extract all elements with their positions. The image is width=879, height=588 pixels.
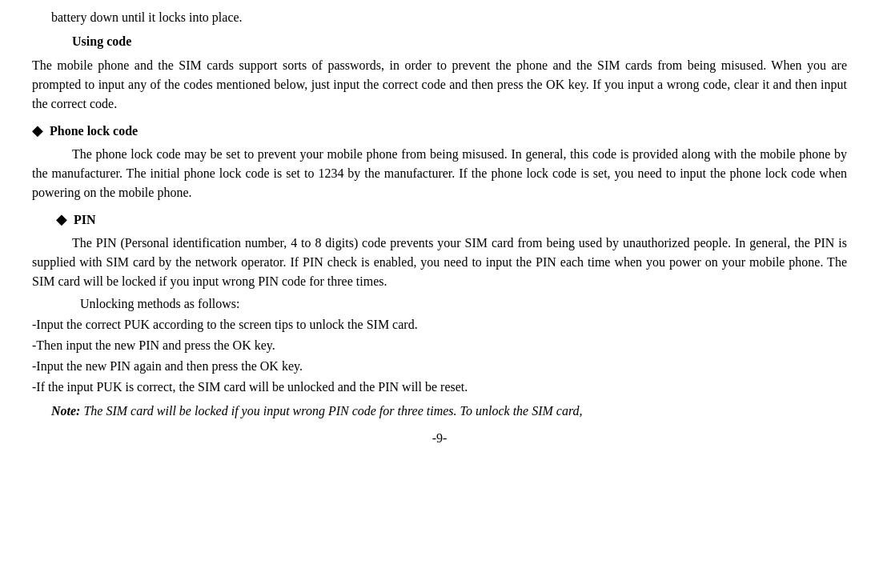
note-bold: Note: [51,404,80,418]
phone-lock-section: ◆ Phone lock code The phone lock code ma… [32,120,847,202]
pin-heading-row: ◆ PIN [56,209,847,230]
using-code-heading-wrap: Using code [32,32,847,51]
using-code-para: The mobile phone and the SIM cards suppo… [32,56,847,114]
note-line: Note: The SIM card will be locked if you… [32,402,847,421]
intro-text: battery down until it locks into place. [32,8,847,27]
page-content: battery down until it locks into place. … [32,8,847,448]
pin-step2: -Then input the new PIN and press the OK… [32,336,847,355]
note-italic: The SIM card will be locked if you input… [80,404,582,418]
using-code-heading: Using code [72,32,847,51]
pin-bullet: ◆ [56,209,67,230]
page-number: -9- [32,429,847,448]
pin-step1: -Input the correct PUK according to the … [32,315,847,334]
phone-lock-para: The phone lock code may be set to preven… [32,145,847,202]
pin-step4: -If the input PUK is correct, the SIM ca… [32,378,847,397]
unlocking-heading: Unlocking methods as follows: [80,294,847,314]
pin-para1: The PIN (Personal identification number,… [32,234,847,291]
phone-lock-heading-row: ◆ Phone lock code [32,120,847,142]
pin-section: ◆ PIN The PIN (Personal identification n… [32,209,847,421]
phone-lock-bullet: ◆ [32,120,43,142]
phone-lock-heading: Phone lock code [50,122,138,141]
pin-heading: PIN [74,210,96,230]
pin-step3: -Input the new PIN again and then press … [32,357,847,376]
